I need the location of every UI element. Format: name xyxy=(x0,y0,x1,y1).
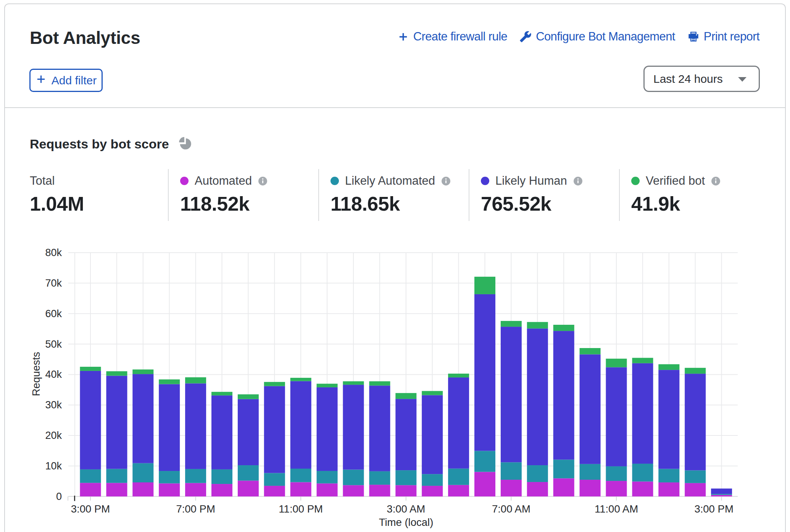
bar-segment-likely-automated xyxy=(448,469,469,485)
bar-segment-likely-automated xyxy=(80,469,101,483)
y-tick-label: 30k xyxy=(45,399,62,411)
stat-value: 118.52k xyxy=(180,192,268,215)
bar-segment-automated xyxy=(343,485,364,497)
add-filter-button[interactable]: Add filter xyxy=(29,69,103,92)
legend-dot-likely-automated xyxy=(331,177,339,185)
bar-segment-automated xyxy=(658,482,679,497)
x-tick-label: 3:00 PM xyxy=(694,503,733,515)
stat-verified-bot: Verified bot 41.9k xyxy=(631,175,721,215)
add-filter-label: Add filter xyxy=(52,74,97,87)
bar-segment-likely-automated xyxy=(580,464,601,480)
bar-segment-likely-automated xyxy=(553,459,574,478)
time-range-select[interactable]: Last 24 hours xyxy=(643,66,760,92)
bar-segment-verified-bot xyxy=(606,359,627,368)
bar-segment-verified-bot xyxy=(369,381,390,385)
info-icon[interactable] xyxy=(573,176,583,186)
bar-segment-automated xyxy=(395,485,416,497)
action-label: Configure Bot Management xyxy=(536,30,675,43)
bar-segment-automated xyxy=(369,485,390,497)
bar-segment-likely-human xyxy=(527,329,548,465)
bar-segment-likely-human xyxy=(185,384,206,469)
bar-segment-automated xyxy=(711,495,732,497)
bar-segment-automated xyxy=(501,480,522,497)
bar-segment-verified-bot xyxy=(501,321,522,327)
bar-segment-likely-human xyxy=(501,327,522,462)
bar-segment-automated xyxy=(448,485,469,497)
bar-segment-verified-bot xyxy=(264,382,285,386)
print-report-link[interactable]: Print report xyxy=(687,30,759,43)
bar-segment-likely-human xyxy=(632,363,653,464)
stat-likely-automated: Likely Automated 118.65k xyxy=(331,175,451,215)
stat-separator xyxy=(168,169,169,221)
bar-segment-verified-bot xyxy=(553,325,574,331)
bar-segment-automated xyxy=(553,478,574,496)
bar-segment-likely-human xyxy=(658,370,679,469)
info-icon[interactable] xyxy=(711,176,721,186)
bar-segment-likely-automated xyxy=(369,471,390,485)
bar-segment-verified-bot xyxy=(685,368,706,374)
bar-segment-automated xyxy=(317,484,338,497)
stat-value: 41.9k xyxy=(631,192,721,215)
x-tick-label: 11:00 AM xyxy=(595,503,638,515)
legend-dot-verified-bot xyxy=(631,177,640,185)
y-tick-label: 0 xyxy=(56,491,62,502)
bar-segment-likely-human xyxy=(369,385,390,471)
card-header: Bot Analytics Create firewall rule Confi… xyxy=(5,4,785,108)
bar-segment-automated xyxy=(290,482,311,496)
bar-segment-verified-bot xyxy=(527,322,548,329)
legend-dot-likely-human xyxy=(481,177,489,185)
bar-segment-verified-bot xyxy=(422,391,443,395)
stat-label: Likely Automated xyxy=(345,174,435,188)
bar-segment-likely-automated xyxy=(658,469,679,483)
bar-segment-likely-automated xyxy=(317,471,338,484)
stat-value: 765.52k xyxy=(481,192,583,215)
bar-segment-likely-automated xyxy=(501,462,522,480)
bar-segment-verified-bot xyxy=(211,392,232,395)
y-tick-label: 10k xyxy=(45,460,62,472)
bar-segment-likely-human xyxy=(553,331,574,459)
time-range-value: Last 24 hours xyxy=(653,73,723,85)
bar-segment-likely-human xyxy=(159,384,180,471)
action-label: Create firewall rule xyxy=(413,30,507,43)
header-actions: Create firewall rule Configure Bot Manag… xyxy=(397,30,759,43)
info-icon[interactable] xyxy=(441,176,451,186)
x-tick-label: 3:00 AM xyxy=(387,503,425,515)
bar-segment-verified-bot xyxy=(106,371,127,376)
bar-segment-verified-bot xyxy=(238,394,259,399)
bar-segment-automated xyxy=(685,483,706,497)
bar-segment-automated xyxy=(132,482,153,497)
stat-label: Automated xyxy=(195,174,252,188)
bar-segment-verified-bot xyxy=(632,358,653,363)
create-firewall-rule-link[interactable]: Create firewall rule xyxy=(397,30,507,43)
pie-chart-icon xyxy=(178,137,192,151)
x-tick-label: 11:00 PM xyxy=(279,503,323,515)
bar-segment-likely-human xyxy=(211,395,232,469)
y-tick-label: 20k xyxy=(45,430,62,441)
bar-segment-verified-bot xyxy=(343,381,364,385)
bar-segment-likely-human xyxy=(264,386,285,473)
bar-segment-likely-human xyxy=(343,385,364,469)
bar-segment-verified-bot xyxy=(317,384,338,387)
bot-analytics-card: Bot Analytics Create firewall rule Confi… xyxy=(4,3,786,532)
y-tick-label: 80k xyxy=(45,247,62,258)
bar-segment-automated xyxy=(159,484,180,497)
y-tick-label: 70k xyxy=(45,277,62,289)
stat-automated: Automated 118.52k xyxy=(180,175,268,215)
info-icon[interactable] xyxy=(258,176,268,186)
bar-segment-likely-automated xyxy=(132,463,153,482)
bar-segment-likely-automated xyxy=(185,469,206,483)
page-title: Bot Analytics xyxy=(30,29,140,47)
bar-segment-likely-automated xyxy=(238,465,259,480)
y-tick-label: 50k xyxy=(45,339,62,350)
bar-segment-likely-automated xyxy=(606,466,627,481)
bar-segment-automated xyxy=(106,483,127,496)
section-title: Requests by bot score xyxy=(30,136,169,152)
stat-separator xyxy=(469,169,469,221)
bar-segment-automated xyxy=(422,486,443,497)
configure-bot-management-link[interactable]: Configure Bot Management xyxy=(519,30,675,43)
x-axis-title: Time (local) xyxy=(379,516,434,528)
y-tick-label: 40k xyxy=(45,369,62,380)
bar-segment-automated xyxy=(238,480,259,496)
bar-segment-likely-automated xyxy=(264,473,285,485)
bar-segment-likely-human xyxy=(106,376,127,469)
